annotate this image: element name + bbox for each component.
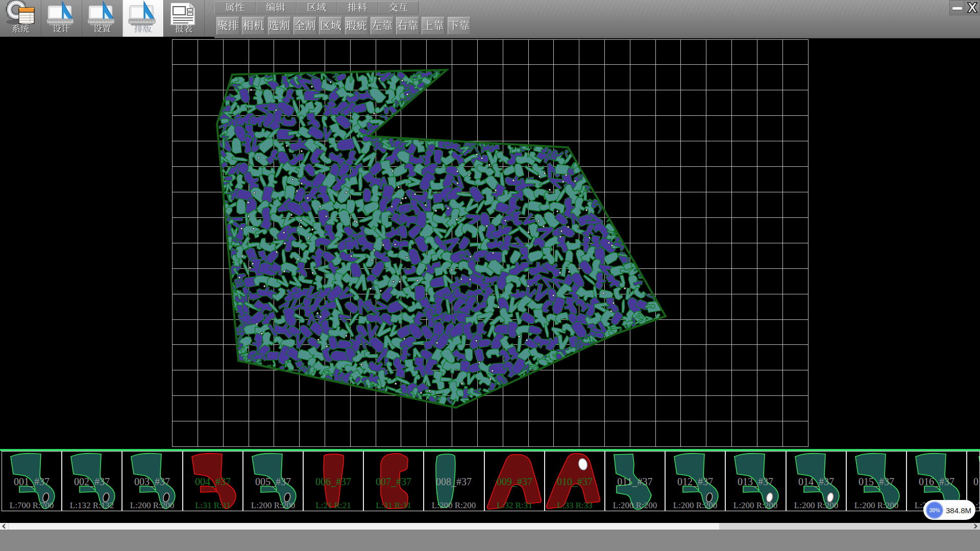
svg-text:0: 0: [973, 476, 978, 487]
svg-text:007_#37: 007_#37: [376, 476, 411, 487]
svg-text:008_#37: 008_#37: [436, 476, 472, 487]
svg-text:004_#37: 004_#37: [195, 476, 231, 487]
svg-text:L:200 R:200: L:200 R:200: [251, 500, 295, 510]
svg-text:016_#37: 016_#37: [919, 476, 954, 487]
svg-text:L:200 R:200: L:200 R:200: [794, 500, 838, 510]
svg-text:L:31 R:31: L:31 R:31: [376, 500, 411, 510]
svg-text:009_#37: 009_#37: [497, 476, 532, 487]
svg-text:005_#37: 005_#37: [255, 476, 291, 487]
svg-text:014_#37: 014_#37: [798, 476, 834, 487]
svg-text:L:700 R:700: L:700 R:700: [10, 500, 54, 510]
svg-text:L:200 R:200: L:200 R:200: [130, 500, 174, 510]
svg-text:L:200 R:200: L:200 R:200: [854, 500, 898, 510]
svg-text:015_#37: 015_#37: [859, 476, 894, 487]
svg-text:001_#37: 001_#37: [14, 476, 50, 487]
svg-text:L:200 R:200: L:200 R:200: [733, 500, 777, 510]
svg-text:003_#37: 003_#37: [134, 476, 170, 487]
svg-text:010_#37: 010_#37: [557, 476, 593, 487]
svg-text:L:132 R:132: L:132 R:132: [70, 500, 114, 510]
svg-text:012_#37: 012_#37: [677, 476, 713, 487]
svg-text:L:31 R:31: L:31 R:31: [195, 500, 230, 510]
svg-text:L:32 R:31: L:32 R:31: [497, 500, 532, 510]
svg-text:L:200 R:200: L:200 R:200: [432, 500, 476, 510]
svg-text:006_#37: 006_#37: [315, 476, 351, 487]
svg-text:L:200 R:200: L:200 R:200: [673, 500, 717, 510]
svg-text:L:21 R:21: L:21 R:21: [315, 500, 351, 510]
svg-text:013_#37: 013_#37: [738, 476, 773, 487]
svg-text:L:200 R:200: L:200 R:200: [613, 500, 657, 510]
svg-text:L:33 R:33: L:33 R:33: [557, 500, 592, 510]
svg-text:011_#37: 011_#37: [617, 476, 652, 487]
svg-text:002_#37: 002_#37: [74, 476, 110, 487]
